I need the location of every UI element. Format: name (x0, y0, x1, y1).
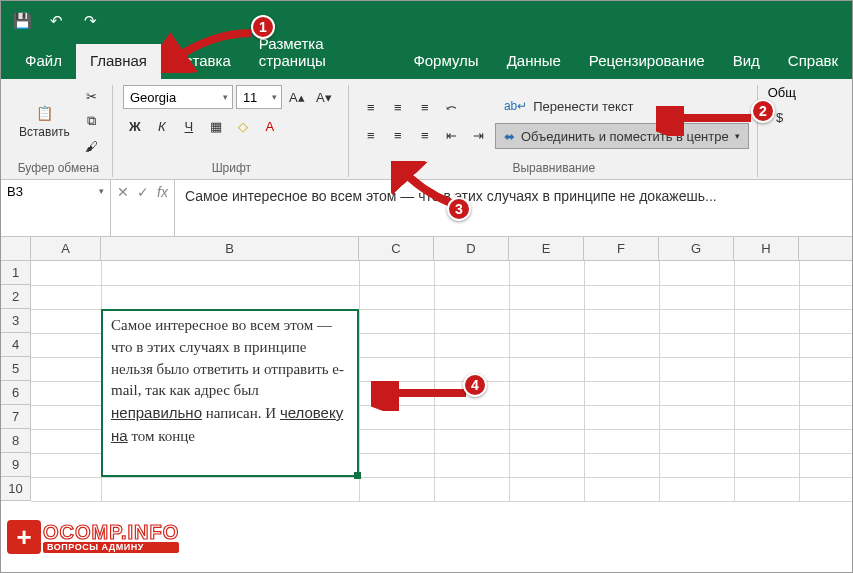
font-group-label: Шрифт (212, 157, 251, 177)
alignment-group-label: Выравнивание (512, 157, 595, 177)
undo-icon[interactable]: ↶ (45, 10, 67, 32)
col-header-h[interactable]: H (734, 237, 799, 260)
watermark-brand: OCOMP.INFO (43, 522, 179, 542)
font-size-combo[interactable]: 11 (236, 85, 282, 109)
group-clipboard: 📋 Вставить ✂ ⧉ 🖌 Буфер обмена (9, 85, 113, 177)
confirm-icon[interactable]: ✓ (137, 184, 149, 200)
paste-button[interactable]: 📋 Вставить (13, 99, 76, 143)
decrease-indent-icon[interactable]: ⇤ (440, 124, 464, 146)
callout-2: 2 (751, 99, 775, 123)
fx-icon[interactable]: fx (157, 184, 168, 200)
bold-button[interactable]: Ж (123, 115, 147, 137)
cut-icon[interactable]: ✂ (80, 85, 104, 107)
merge-icon: ⬌ (504, 129, 515, 144)
row-header[interactable]: 1 (1, 261, 31, 285)
select-all-corner[interactable] (1, 237, 31, 260)
underline-button[interactable]: Ч (177, 115, 201, 137)
increase-indent-icon[interactable]: ⇥ (467, 124, 491, 146)
col-header-c[interactable]: C (359, 237, 434, 260)
tab-file[interactable]: Файл (11, 44, 76, 79)
watermark-logo: + OCOMP.INFO ВОПРОСЫ АДМИНУ (7, 520, 179, 554)
format-painter-icon[interactable]: 🖌 (80, 135, 104, 157)
row-header[interactable]: 4 (1, 333, 31, 357)
worksheet-grid: A B C D E F G H 1 2 3 4 5 6 7 8 9 10 (1, 237, 852, 501)
tab-view[interactable]: Вид (719, 44, 774, 79)
annotation-arrow (161, 23, 261, 73)
paste-label: Вставить (19, 125, 70, 139)
column-headers: A B C D E F G H (1, 237, 852, 261)
tab-data[interactable]: Данные (493, 44, 575, 79)
annotation-arrow (371, 381, 471, 411)
row-header[interactable]: 5 (1, 357, 31, 381)
watermark-sub: ВОПРОСЫ АДМИНУ (43, 542, 179, 553)
italic-button[interactable]: К (150, 115, 174, 137)
tab-help[interactable]: Справк (774, 44, 852, 79)
wrap-text-label: Перенести текст (533, 99, 633, 114)
align-top-icon[interactable]: ≡ (359, 96, 383, 118)
plus-icon: + (7, 520, 41, 554)
row-headers: 1 2 3 4 5 6 7 8 9 10 (1, 261, 31, 501)
selected-cell[interactable]: Самое интересное во всем этом — что в эт… (101, 309, 359, 477)
title-bar: 💾 ↶ ↷ (1, 1, 852, 41)
formula-bar-content[interactable]: Самое интересное во всем этом — что в эт… (175, 180, 852, 236)
borders-icon[interactable]: ▦ (204, 115, 228, 137)
col-header-a[interactable]: A (31, 237, 101, 260)
increase-font-icon[interactable]: A▴ (285, 86, 309, 108)
font-family-combo[interactable]: Georgia (123, 85, 233, 109)
col-header-f[interactable]: F (584, 237, 659, 260)
row-header[interactable]: 2 (1, 285, 31, 309)
align-middle-icon[interactable]: ≡ (386, 96, 410, 118)
col-header-e[interactable]: E (509, 237, 584, 260)
name-box[interactable]: B3 (1, 180, 111, 236)
row-header[interactable]: 9 (1, 453, 31, 477)
row-header[interactable]: 7 (1, 405, 31, 429)
redo-icon[interactable]: ↷ (79, 10, 101, 32)
annotation-arrow (656, 106, 756, 136)
callout-1: 1 (251, 15, 275, 39)
callout-4: 4 (463, 373, 487, 397)
group-number: Общ $ (764, 85, 804, 177)
number-format-label[interactable]: Общ (768, 85, 796, 100)
fill-color-icon[interactable]: ◇ (231, 115, 255, 137)
callout-3: 3 (447, 197, 471, 221)
col-header-g[interactable]: G (659, 237, 734, 260)
fill-handle[interactable] (354, 472, 361, 479)
row-header[interactable]: 3 (1, 309, 31, 333)
clipboard-icon: 📋 (34, 103, 54, 123)
decrease-font-icon[interactable]: A▾ (312, 86, 336, 108)
row-header[interactable]: 8 (1, 429, 31, 453)
group-font: Georgia 11 A▴ A▾ Ж К Ч ▦ ◇ A Шрифт (119, 85, 349, 177)
tab-home[interactable]: Главная (76, 44, 161, 79)
tab-review[interactable]: Рецензирование (575, 44, 719, 79)
row-header[interactable]: 10 (1, 477, 31, 501)
row-header[interactable]: 6 (1, 381, 31, 405)
cell-content: Самое интересное во всем этом — что в эт… (103, 311, 357, 452)
tab-formulas[interactable]: Формулы (399, 44, 492, 79)
orientation-icon[interactable]: ⤺ (440, 96, 464, 118)
font-color-icon[interactable]: A (258, 115, 282, 137)
align-right-icon[interactable]: ≡ (413, 124, 437, 146)
save-icon[interactable]: 💾 (11, 10, 33, 32)
col-header-b[interactable]: B (101, 237, 359, 260)
wrap-text-icon: ab↵ (504, 99, 527, 113)
clipboard-group-label: Буфер обмена (18, 157, 100, 177)
col-header-d[interactable]: D (434, 237, 509, 260)
cancel-icon[interactable]: ✕ (117, 184, 129, 200)
align-left-icon[interactable]: ≡ (359, 124, 383, 146)
copy-icon[interactable]: ⧉ (80, 110, 104, 132)
ribbon-tabs: Файл Главная Вставка Разметка страницы Ф… (1, 41, 852, 79)
align-center-icon[interactable]: ≡ (386, 124, 410, 146)
align-bottom-icon[interactable]: ≡ (413, 96, 437, 118)
